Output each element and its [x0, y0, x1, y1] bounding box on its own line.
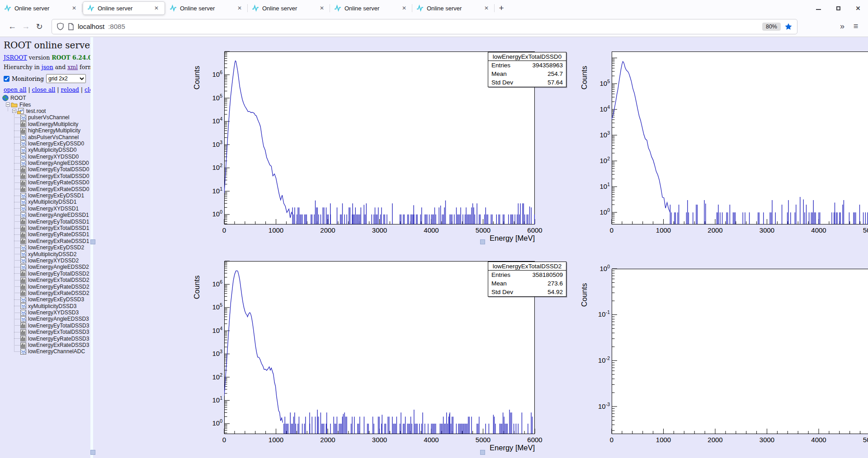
tree-item-label[interactable]: highEnergyMultiplicity: [28, 127, 80, 134]
histogram-1d-icon[interactable]: [20, 219, 26, 224]
tree-item-label[interactable]: lowEnergyEyTotalDSSD3: [28, 322, 89, 329]
tree-item-label[interactable]: lowEnergyXYDSSD2: [28, 257, 79, 264]
tab-close-icon[interactable]: ✕: [400, 4, 408, 12]
tree-item-label[interactable]: lowEnergyExTotalDSSD1: [28, 225, 89, 231]
tree-item-lowEnergyEyRateDSSD3[interactable]: lowEnergyEyRateDSSD3: [0, 335, 90, 341]
tree-item-label[interactable]: lowEnergyExEyDSSD0: [28, 140, 84, 147]
histogram-2d-icon[interactable]: [20, 316, 26, 322]
histogram-2d-icon[interactable]: [20, 257, 26, 263]
tree-item-label[interactable]: lowEnergyEyRateDSSD3: [28, 336, 89, 342]
tab-close-icon[interactable]: ✕: [236, 4, 244, 12]
grid-resize-handle[interactable]: [480, 239, 485, 244]
browser-tab[interactable]: Online server✕: [0, 0, 82, 16]
tree-item-lowEnergyEyTotalDSSD1[interactable]: lowEnergyEyTotalDSSD1: [0, 218, 90, 224]
histogram-1d-icon[interactable]: [20, 167, 26, 173]
tree-item-label[interactable]: lowEnergyEyRateDSSD2: [28, 284, 89, 290]
histogram-1d-icon[interactable]: [20, 232, 26, 238]
tree-item-label[interactable]: lowEnergyExEyDSSD3: [28, 296, 84, 303]
tree-item-label[interactable]: lowEnergyAngleEDSSD3: [28, 316, 89, 322]
tree-item-label[interactable]: lowEnergyXYDSSD0: [28, 154, 79, 160]
tree-item-lowEnergyExRateDSSD2[interactable]: lowEnergyExRateDSSD2: [0, 290, 90, 296]
tree-item-xyMultiplicityDSSD1[interactable]: xyMultiplicityDSSD1: [0, 199, 90, 205]
histogram-2d-icon[interactable]: [20, 193, 26, 199]
tree-item-label[interactable]: lowEnergyExRateDSSD1: [28, 238, 89, 244]
tree-item-label[interactable]: lowEnergyEyRateDSSD0: [28, 179, 89, 186]
layout-select[interactable]: grid 2x2: [46, 74, 86, 83]
histogram-2d-icon[interactable]: [20, 206, 26, 211]
tree-item-label[interactable]: test.root: [26, 108, 46, 114]
tree-item-label[interactable]: lowEnergyXYDSSD1: [28, 206, 79, 212]
tree-item-lowEnergyEyTotalDSSD2[interactable]: lowEnergyEyTotalDSSD2: [0, 271, 90, 277]
tree-item-lowEnergyExRateDSSD0[interactable]: lowEnergyExRateDSSD0: [0, 186, 90, 192]
root-file-icon[interactable]: [17, 108, 24, 114]
histogram-2d-icon[interactable]: [20, 160, 26, 166]
folder-icon[interactable]: [11, 102, 18, 107]
maximize-button[interactable]: [828, 0, 848, 16]
histogram-2d-icon[interactable]: [20, 251, 26, 257]
histogram-1d-icon[interactable]: [20, 342, 26, 348]
tree-item-label[interactable]: lowEnergyMultiplicity: [28, 121, 78, 127]
tree-item-label[interactable]: Files: [19, 102, 31, 108]
histogram-1d-icon[interactable]: [20, 271, 26, 276]
tree-item-label[interactable]: xyMultiplicityDSSD0: [28, 147, 76, 153]
tree-item-label[interactable]: lowEnergyXYDSSD3: [28, 309, 79, 316]
jsroot-link[interactable]: JSROOT: [4, 54, 27, 61]
tree-item-label[interactable]: lowEnergyAngleEDSSD1: [28, 212, 89, 218]
tree-item-label[interactable]: lowEnergyExEyDSSD2: [28, 244, 84, 251]
histogram-2d-icon[interactable]: [20, 147, 26, 153]
tree-item-lowEnergyExRateDSSD3[interactable]: lowEnergyExRateDSSD3: [0, 342, 90, 348]
browser-tab[interactable]: Online server✕: [83, 1, 165, 15]
histogram-2d-icon[interactable]: [20, 264, 26, 270]
tree-item-xyMultiplicityDSSD0[interactable]: xyMultiplicityDSSD0: [0, 147, 90, 153]
histogram-1d-icon[interactable]: [20, 173, 26, 179]
tree-item-label[interactable]: absPulserVsChannel: [28, 134, 79, 140]
tree-item-label[interactable]: lowEnergyExRateDSSD2: [28, 290, 89, 296]
tree-item-lowEnergyExTotalDSSD2[interactable]: lowEnergyExTotalDSSD2: [0, 277, 90, 283]
grid-resize-handle[interactable]: [480, 450, 485, 455]
tree-item-label[interactable]: lowEnergyExEyDSSD1: [28, 192, 84, 199]
minimize-button[interactable]: [808, 0, 828, 16]
tab-close-icon[interactable]: ✕: [482, 4, 491, 12]
grid-resize-handle[interactable]: [90, 239, 95, 244]
browser-tab[interactable]: Online server✕: [248, 0, 330, 16]
back-button[interactable]: ←: [5, 22, 19, 31]
histogram-2d-icon[interactable]: [20, 134, 26, 140]
action-close-all[interactable]: close all: [32, 86, 56, 93]
tree-item-lowEnergyExEyDSSD1[interactable]: lowEnergyExEyDSSD1: [0, 192, 90, 199]
tree-item-label[interactable]: lowEnergyExRateDSSD3: [28, 342, 89, 348]
histogram-1d-icon[interactable]: [20, 329, 26, 335]
browser-tab[interactable]: Online server✕: [412, 0, 495, 16]
xml-link[interactable]: xml: [67, 64, 78, 70]
tree-item-lowEnergyEyTotalDSSD0[interactable]: lowEnergyEyTotalDSSD0: [0, 166, 90, 173]
reload-button[interactable]: ↻: [33, 22, 46, 32]
tree-item-lowEnergyEyRateDSSD2[interactable]: lowEnergyEyRateDSSD2: [0, 283, 90, 290]
collapse-icon[interactable]: [12, 109, 16, 113]
histogram-2d-icon[interactable]: [20, 154, 26, 159]
tab-close-icon[interactable]: ✕: [70, 4, 78, 12]
tree-item-lowEnergyXYDSSD1[interactable]: lowEnergyXYDSSD1: [0, 206, 90, 212]
monitoring-label[interactable]: Monitoring: [12, 75, 44, 82]
browser-tab[interactable]: Online server✕: [330, 0, 412, 16]
histogram-2d-icon[interactable]: [20, 245, 26, 251]
stat-box-lowEnergyExTotalDSSD2[interactable]: lowEnergyExTotalDSSD2Entries358180509Mea…: [488, 262, 566, 297]
tree-item-lowEnergyEyTotalDSSD3[interactable]: lowEnergyEyTotalDSSD3: [0, 322, 90, 329]
histogram-2d-icon[interactable]: [20, 212, 26, 218]
page-icon[interactable]: [68, 23, 74, 30]
tree-item-lowEnergyChannelADC[interactable]: lowEnergyChannelADC: [0, 348, 90, 355]
histogram-2d-icon[interactable]: [20, 297, 26, 303]
tree-item-label[interactable]: xyMultiplicityDSSD1: [28, 199, 76, 205]
tree-item-label[interactable]: lowEnergyEyTotalDSSD1: [28, 219, 89, 225]
tree-item-lowEnergyExRateDSSD1[interactable]: lowEnergyExRateDSSD1: [0, 238, 90, 244]
tree-item-files[interactable]: Files: [0, 101, 90, 107]
json-link[interactable]: json: [42, 64, 53, 70]
tree-item-lowEnergyAngleEDSSD3[interactable]: lowEnergyAngleEDSSD3: [0, 316, 90, 322]
hist-canvas-lowEnergyExTotalDSSD1[interactable]: 1001011021031041050100020003000400050006…: [578, 37, 868, 248]
tree-item-pulserVsChannel[interactable]: pulserVsChannel: [0, 114, 90, 121]
tree-item-label[interactable]: lowEnergyExTotalDSSD2: [28, 277, 89, 283]
histogram-1d-icon[interactable]: [20, 238, 26, 244]
tree-item-lowEnergyMultiplicity[interactable]: lowEnergyMultiplicity: [0, 121, 90, 127]
action-reload[interactable]: reload: [61, 86, 79, 93]
tree-item-lowEnergyExEyDSSD2[interactable]: lowEnergyExEyDSSD2: [0, 244, 90, 251]
tree-item-label[interactable]: ROOT: [10, 95, 26, 101]
tree-item-label[interactable]: lowEnergyExTotalDSSD3: [28, 329, 89, 335]
